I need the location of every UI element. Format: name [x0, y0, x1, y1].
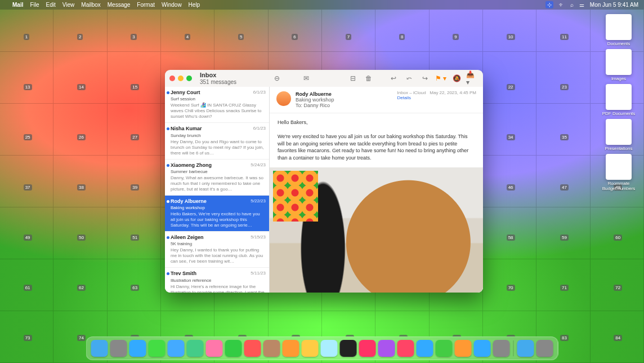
archive-icon[interactable]: ⊟ [347, 73, 359, 83]
dock-maps[interactable] [187, 340, 204, 357]
mailbox-name: Inbox [200, 72, 216, 78]
message-list-item[interactable]: Jenny Court6/1/23Surf sessionWeekend Sur… [165, 87, 269, 123]
email-image-attachment [270, 167, 483, 293]
spotlight-icon[interactable]: ⌕ [570, 2, 574, 8]
dock-reminders[interactable] [283, 340, 299, 357]
reply-icon[interactable]: ↩ [387, 73, 400, 83]
mail-window: Inbox 351 messages ⊖ ✉ ⊟ 🗑 ↩ ⤺ ↪ ⚑ ▾ 🔕 📥… [165, 70, 483, 293]
dock-podcasts[interactable] [378, 340, 395, 357]
desktop-icon-roommate-budget-numbers[interactable]: Roommate Budget.numbers [602, 154, 636, 191]
close-window-button[interactable] [169, 76, 175, 81]
dock-downloads[interactable] [517, 340, 534, 357]
message-list-item[interactable]: Rody Albuerne5/22/23Baking workshopHello… [165, 196, 269, 232]
folder-icon [606, 14, 632, 40]
reader-header: Rody Albuerne Baking workshop To: Danny … [270, 87, 483, 113]
menubar: Mail FileEditViewMailboxMessageFormatWin… [0, 0, 644, 10]
dock-numbers[interactable] [436, 340, 453, 357]
dock-freeform[interactable] [321, 340, 338, 357]
unread-dot-icon [167, 236, 169, 239]
reader-to: Danny Rico [304, 103, 330, 108]
mail-toolbar: Inbox 351 messages ⊖ ✉ ⊟ 🗑 ↩ ⤺ ↪ ⚑ ▾ 🔕 📥… [165, 70, 483, 87]
dock-keynote[interactable] [474, 340, 491, 357]
menu-file[interactable]: File [30, 2, 39, 8]
desktop-icon-documents[interactable]: Documents [602, 14, 636, 46]
unread-dot-icon [167, 127, 169, 130]
unread-dot-icon [167, 164, 169, 167]
dock-tv[interactable] [340, 340, 357, 357]
menu-edit[interactable]: Edit [46, 2, 56, 8]
dock-music[interactable] [359, 340, 376, 357]
desktop-icon-presentations[interactable]: Presentations [602, 119, 636, 151]
dock-facetime[interactable] [225, 340, 242, 357]
dock-contacts[interactable] [263, 340, 280, 357]
dock-notes[interactable] [302, 340, 319, 357]
envelope-icon[interactable]: ✉ [300, 73, 312, 83]
minimize-window-button[interactable] [178, 76, 184, 81]
dock-photos[interactable] [206, 340, 223, 357]
menu-format[interactable]: Format [137, 2, 155, 8]
mute-icon[interactable]: 🔕 [450, 73, 463, 83]
reader-mailbox: Inbox – iCloud [397, 90, 426, 95]
control-center-icon[interactable]: ⚌ [579, 2, 584, 8]
dock-messages[interactable] [149, 340, 166, 357]
dock-news[interactable] [397, 340, 414, 357]
mailbox-title: Inbox 351 messages [200, 72, 236, 85]
flag-icon[interactable]: ⚑ ▾ [435, 73, 447, 83]
message-list-item[interactable]: Trev Smith5/11/23Illustration referenceH… [165, 268, 269, 293]
unread-dot-icon [167, 272, 169, 275]
move-icon[interactable]: 📥 ▾ [466, 73, 478, 83]
dock-finder[interactable] [91, 340, 108, 357]
message-list-item[interactable]: Nisha Kumar6/1/23Sunday brunchHey Danny,… [165, 123, 269, 159]
message-reader: Rody Albuerne Baking workshop To: Danny … [270, 87, 483, 293]
dock-mail[interactable] [168, 340, 185, 357]
dock-pages[interactable] [455, 340, 472, 357]
menu-view[interactable]: View [62, 2, 75, 8]
dock [86, 337, 558, 360]
wifi-icon[interactable]: ᯤ [559, 2, 565, 8]
message-list-item[interactable]: Aileen Zeigen5/15/235K trainingHey Danny… [165, 232, 269, 268]
menu-message[interactable]: Message [108, 2, 131, 8]
dock-app-store[interactable] [417, 340, 433, 357]
window-traffic-lights [169, 76, 192, 81]
folder-icon [606, 154, 632, 180]
trash-icon[interactable]: 🗑 [363, 73, 375, 83]
reader-body: Hello Bakers, We're very excited to have… [270, 113, 483, 167]
unread-dot-icon [167, 91, 169, 94]
menu-help[interactable]: Help [189, 2, 200, 8]
menubar-clock[interactable]: Mon Jun 5 9:41 AM [590, 2, 638, 8]
details-link[interactable]: Details [397, 95, 410, 100]
desktop-icon-pdf-documents[interactable]: PDF Documents [602, 84, 636, 116]
reply-all-icon[interactable]: ⤺ [403, 73, 415, 83]
menu-window[interactable]: Window [162, 2, 182, 8]
screen-mirroring-icon[interactable]: ⊹ [545, 1, 553, 8]
menu-mailbox[interactable]: Mailbox [81, 2, 100, 8]
forward-icon[interactable]: ↪ [419, 73, 431, 83]
folder-icon [606, 119, 632, 145]
filter-icon[interactable]: ⊖ [271, 73, 283, 83]
dock-system-settings[interactable] [493, 340, 510, 357]
dock-trash[interactable] [536, 340, 553, 357]
folder-icon [606, 84, 632, 110]
sender-avatar [276, 91, 291, 106]
dock-safari[interactable] [129, 340, 146, 357]
message-list[interactable]: Jenny Court6/1/23Surf sessionWeekend Sur… [165, 87, 270, 293]
dock-calendar[interactable] [244, 340, 261, 357]
folder-icon [606, 49, 632, 75]
mailbox-count: 351 messages [200, 79, 236, 85]
unread-dot-icon [167, 200, 169, 203]
message-list-item[interactable]: Xiaomeng Zhong5/24/23Summer barbecueDann… [165, 160, 269, 196]
reader-timestamp: May 22, 2023, 4:45 PM [430, 90, 476, 95]
zoom-window-button[interactable] [186, 76, 192, 81]
menu-app-name[interactable]: Mail [12, 2, 23, 8]
desktop-icon-images[interactable]: Images [602, 49, 636, 81]
dock-launchpad[interactable] [110, 340, 127, 357]
